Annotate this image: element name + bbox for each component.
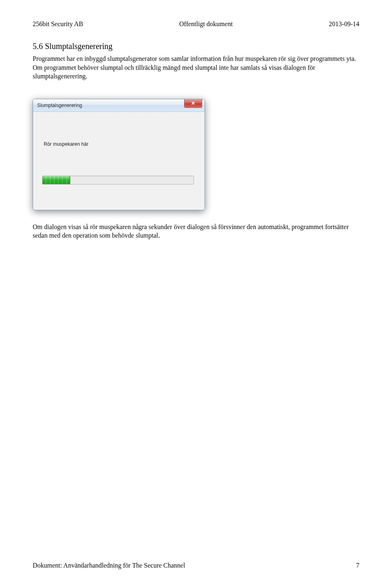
footer-page: 7 — [356, 562, 359, 569]
header-center: Offentligt dokument — [179, 20, 233, 28]
page-header: 256bit Security AB Offentligt dokument 2… — [33, 20, 359, 28]
close-button[interactable]: ✕ — [184, 99, 202, 108]
close-icon: ✕ — [191, 100, 195, 106]
header-date: 2013-09-14 — [329, 20, 359, 28]
dialog-titlebar[interactable]: Slumptalsgenerering ✕ — [33, 99, 205, 112]
section-para-2: Om dialogen visas så rör muspekaren någr… — [33, 223, 359, 240]
dialog-screenshot: Slumptalsgenerering ✕ Rör muspekaren här — [33, 99, 205, 210]
section-title: 5.6 Slumptalsgenerering — [33, 42, 359, 51]
progress-fill — [42, 176, 70, 184]
dialog-slumptalsgenerering: Slumptalsgenerering ✕ Rör muspekaren här — [33, 99, 205, 210]
progress-bar — [42, 176, 194, 185]
footer-doc: Dokument: Användarhandledning för The Se… — [33, 562, 185, 569]
instruction-text: Rör muspekaren här — [44, 141, 196, 147]
dialog-body[interactable]: Rör muspekaren här — [33, 112, 205, 210]
page-footer: Dokument: Användarhandledning för The Se… — [33, 562, 359, 569]
section-para-1: Programmet har en inbyggd slumptalsgener… — [33, 54, 359, 81]
dialog-title: Slumptalsgenerering — [37, 102, 82, 108]
header-org: 256bit Security AB — [33, 20, 83, 28]
